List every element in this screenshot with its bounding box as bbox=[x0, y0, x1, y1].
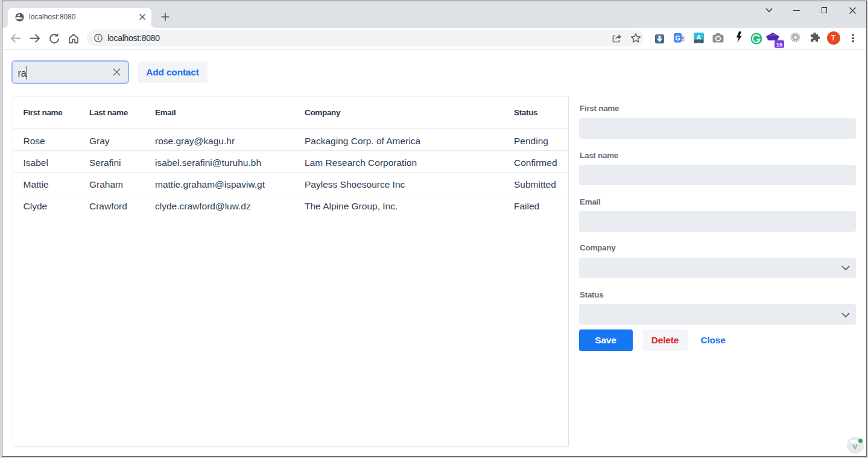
svg-text:15: 15 bbox=[776, 40, 783, 47]
svg-text:G: G bbox=[675, 34, 680, 42]
